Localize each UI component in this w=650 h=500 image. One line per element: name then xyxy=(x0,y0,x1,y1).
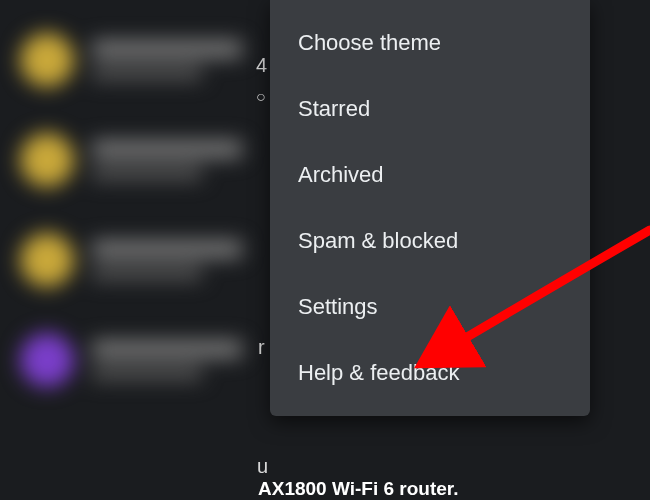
menu-item-label: Choose theme xyxy=(298,30,441,55)
menu-item-archived[interactable]: Archived xyxy=(270,142,590,208)
menu-item-settings[interactable]: Settings xyxy=(270,274,590,340)
menu-item-starred[interactable]: Starred xyxy=(270,76,590,142)
avatar xyxy=(20,33,74,87)
menu-item-label: Help & feedback xyxy=(298,360,459,385)
menu-item-label: Archived xyxy=(298,162,384,187)
avatar xyxy=(20,233,74,287)
menu-item-help-feedback[interactable]: Help & feedback xyxy=(270,340,590,406)
menu-item-choose-theme[interactable]: Choose theme xyxy=(270,10,590,76)
avatar xyxy=(20,333,74,387)
overflow-menu: Choose theme Starred Archived Spam & blo… xyxy=(270,0,590,416)
menu-item-label: Starred xyxy=(298,96,370,121)
avatar xyxy=(20,133,74,187)
menu-item-label: Spam & blocked xyxy=(298,228,458,253)
menu-item-spam-blocked[interactable]: Spam & blocked xyxy=(270,208,590,274)
menu-item-label: Settings xyxy=(298,294,378,319)
